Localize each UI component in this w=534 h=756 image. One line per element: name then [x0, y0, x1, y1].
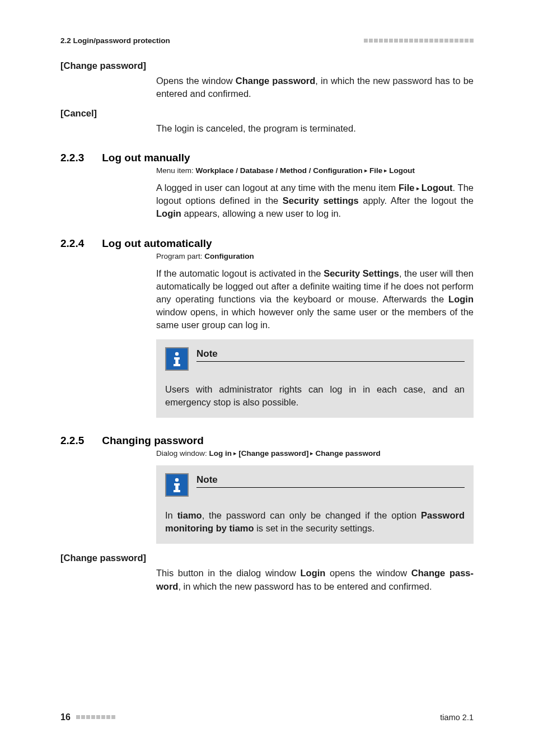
- note-title: Note: [196, 348, 465, 362]
- heading-2-2-3: 2.2.3 Log out manually: [60, 152, 474, 164]
- path-part: Log in: [209, 449, 232, 458]
- bold: File: [399, 183, 414, 193]
- menu-item-path: Menu item: Workplace / Database / Method…: [156, 166, 474, 175]
- dialog-window-path: Dialog window: Log in ▸ [Change password…: [156, 449, 474, 458]
- heading-number: 2.2.5: [60, 435, 84, 447]
- text: , in which the new password has to be en…: [178, 581, 432, 591]
- text: is set in the security settings.: [254, 523, 375, 533]
- bold: Login: [448, 294, 474, 304]
- svg-rect-7: [174, 490, 180, 492]
- heading-number: 2.2.3: [60, 152, 84, 164]
- svg-rect-6: [175, 483, 178, 491]
- term-cancel: [Cancel]: [60, 108, 474, 119]
- bold: Login: [156, 208, 181, 218]
- text: window opens, in which however only the …: [156, 307, 474, 330]
- bold: Security Settings: [324, 268, 399, 278]
- running-header-section: 2.2 Login/password protection: [60, 36, 170, 45]
- svg-rect-3: [174, 364, 180, 366]
- bold: Log­out: [421, 183, 453, 193]
- footer-product: tiamo 2.1: [440, 713, 474, 722]
- info-icon: [165, 473, 189, 497]
- note-box-225: Note In tiamo, the password can only be …: [156, 465, 474, 544]
- term-change-password-2-body: This button in the dialog window Login o…: [156, 567, 474, 592]
- text: appears, allowing a new user to log in.: [181, 208, 341, 218]
- heading-2-2-5: 2.2.5 Changing password: [60, 435, 474, 447]
- path-part: Logout: [389, 166, 415, 175]
- svg-rect-2: [175, 357, 178, 365]
- note-title: Note: [196, 474, 465, 488]
- note-body: Users with administrator rights can log …: [165, 383, 465, 409]
- section-2-2-3-body: A logged in user can logout at any time …: [156, 181, 474, 220]
- path-part: Workplace / Database / Method / Configur…: [196, 166, 363, 175]
- label: Menu item:: [156, 166, 196, 175]
- separator-icon: ▸: [382, 167, 389, 174]
- info-icon: [165, 347, 189, 371]
- bold: Login: [301, 568, 326, 578]
- bold: tiamo: [177, 510, 202, 520]
- footer-decor-dots: [76, 715, 115, 719]
- bold: Security settings: [283, 195, 359, 206]
- text: The login is canceled, the program is te…: [156, 122, 474, 135]
- path-part: Change password: [316, 449, 381, 458]
- term-change-password-body: Opens the window Change password, in whi…: [156, 74, 474, 100]
- heading-title: Changing password: [102, 435, 204, 447]
- note-box-224: Note Users with administrator rights can…: [156, 339, 474, 418]
- text: opens the window: [325, 568, 411, 578]
- heading-number: 2.2.4: [60, 237, 84, 250]
- label: Program part:: [156, 252, 204, 260]
- svg-point-4: [175, 478, 179, 482]
- separator-icon: ▸: [308, 450, 315, 456]
- header-decor-dots: [364, 39, 474, 43]
- path-part: File: [369, 166, 382, 175]
- note-body: In tiamo, the password can only be chang…: [165, 509, 465, 535]
- text: In: [165, 510, 177, 520]
- text: Opens the window: [156, 76, 236, 86]
- heading-2-2-4: 2.2.4 Log out automatically: [60, 237, 474, 250]
- text: , the password can only be changed if th…: [202, 510, 421, 520]
- program-part-line: Program part: Configuration: [156, 252, 474, 260]
- separator-icon: ▸: [363, 167, 369, 174]
- bold: Change password: [236, 76, 316, 86]
- text: This button in the dialog window: [156, 568, 301, 578]
- heading-title: Log out automatically: [102, 237, 212, 250]
- svg-point-0: [175, 352, 179, 356]
- separator-icon: ▸: [232, 450, 238, 456]
- text: apply. After the logout the: [359, 195, 474, 206]
- text: If the automatic logout is activated in …: [156, 268, 324, 278]
- term-change-password-2: [Change password]: [60, 553, 474, 563]
- term-cancel-body: The login is canceled, the program is te…: [156, 122, 474, 135]
- heading-title: Log out manually: [102, 152, 190, 164]
- path-part: [Change password]: [238, 449, 308, 458]
- text: A logged in user can logout at any time …: [156, 183, 399, 193]
- term-change-password: [Change password]: [60, 60, 474, 71]
- separator-icon: ▸: [414, 185, 421, 192]
- footer-left: 16: [60, 712, 115, 722]
- value: Configuration: [204, 252, 254, 260]
- label: Dialog window:: [156, 449, 209, 458]
- page-number: 16: [60, 712, 71, 722]
- section-2-2-4-body: If the automatic logout is activated in …: [156, 267, 474, 332]
